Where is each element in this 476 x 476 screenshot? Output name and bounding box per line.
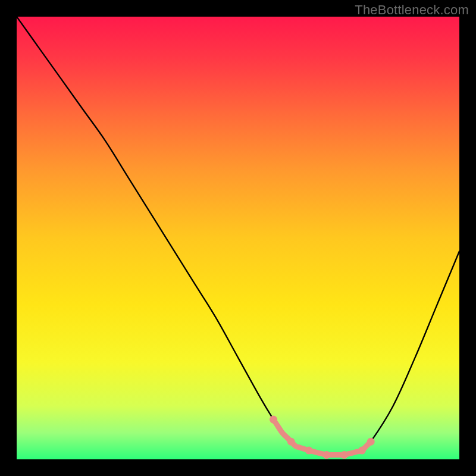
gradient-background bbox=[17, 17, 459, 459]
plot-svg bbox=[17, 17, 459, 459]
flat-region-marker bbox=[270, 416, 277, 424]
flat-region-marker bbox=[305, 447, 313, 455]
chart-frame: TheBottleneck.com bbox=[0, 0, 476, 476]
flat-region-marker bbox=[322, 451, 330, 459]
plot-area bbox=[17, 17, 459, 459]
flat-region-marker bbox=[358, 447, 366, 455]
flat-region-marker bbox=[340, 451, 348, 459]
watermark-text: TheBottleneck.com bbox=[355, 2, 469, 18]
flat-region-marker bbox=[287, 438, 295, 446]
flat-region-marker bbox=[367, 438, 375, 446]
